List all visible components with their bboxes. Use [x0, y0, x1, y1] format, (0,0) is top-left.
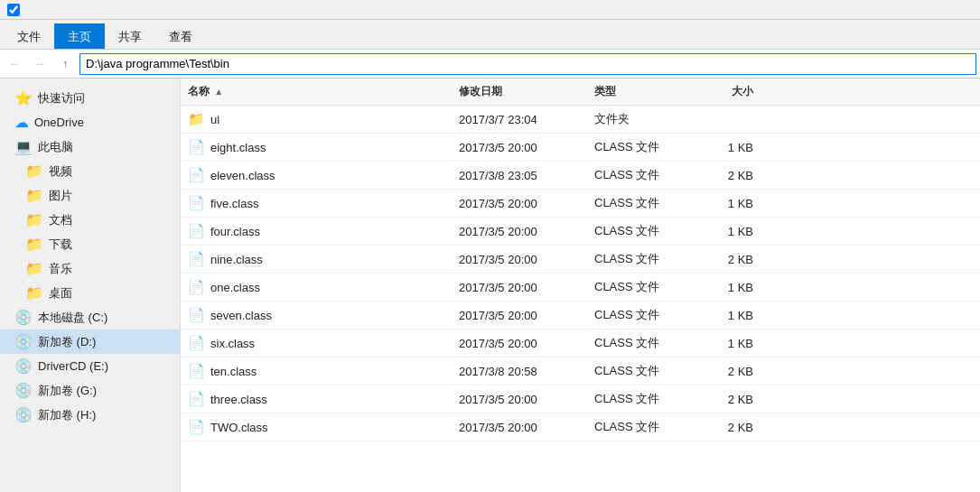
table-row[interactable]: 📄 six.class 2017/3/5 20:00 CLASS 文件 1 KB — [181, 330, 980, 357]
sidebar-item-videos[interactable]: 📁 视频 — [0, 159, 180, 183]
file-size: 2 KB — [695, 249, 768, 270]
file-date: 2017/3/5 20:00 — [452, 137, 587, 158]
file-icon: 📄 — [188, 139, 205, 155]
file-date: 2017/3/8 20:58 — [452, 361, 587, 382]
table-row[interactable]: 📄 ten.class 2017/3/8 20:58 CLASS 文件 2 KB — [181, 357, 980, 385]
back-button[interactable]: ← — [4, 53, 25, 75]
file-name-cell: 📄 eight.class — [181, 135, 452, 159]
folder-icon-music: 📁 — [25, 260, 43, 277]
table-row[interactable]: 📄 four.class 2017/3/5 20:00 CLASS 文件 1 K… — [181, 218, 980, 246]
file-date: 2017/3/5 20:00 — [452, 193, 587, 214]
file-type: CLASS 文件 — [587, 219, 695, 243]
file-name: ui — [210, 113, 219, 126]
file-name: one.class — [210, 281, 260, 294]
sidebar-item-downloads[interactable]: 📁 下载 — [0, 232, 180, 256]
file-name-cell: 📄 ten.class — [181, 359, 452, 383]
file-name-cell: 📄 TWO.class — [181, 415, 452, 439]
file-name: TWO.class — [210, 421, 268, 434]
file-type: CLASS 文件 — [587, 331, 695, 355]
file-date: 2017/3/5 20:00 — [452, 305, 587, 326]
file-name: ten.class — [210, 365, 257, 378]
sidebar-item-new-g[interactable]: 💿 新加卷 (G:) — [0, 378, 180, 403]
file-size: 1 KB — [695, 221, 768, 242]
title-checkbox[interactable] — [7, 4, 20, 16]
file-date: 2017/3/5 20:00 — [452, 417, 587, 438]
folder-icon-desktop: 📁 — [25, 284, 43, 302]
tab-share[interactable]: 共享 — [105, 23, 155, 49]
file-type: 文件夹 — [587, 107, 695, 131]
table-row[interactable]: 📄 eight.class 2017/3/5 20:00 CLASS 文件 1 … — [181, 134, 980, 162]
header-name[interactable]: 名称 ▲ — [181, 82, 452, 101]
sidebar-label-new-h: 新加卷 (H:) — [38, 407, 96, 423]
table-row[interactable]: 📄 five.class 2017/3/5 20:00 CLASS 文件 1 K… — [181, 190, 980, 218]
sidebar-label-new-g: 新加卷 (G:) — [38, 383, 97, 399]
header-size[interactable]: 大小 — [695, 82, 768, 101]
sidebar-item-music[interactable]: 📁 音乐 — [0, 256, 180, 281]
file-type: CLASS 文件 — [587, 135, 695, 159]
file-icon: 📄 — [188, 363, 205, 379]
up-button[interactable]: ↑ — [54, 53, 76, 75]
table-row[interactable]: 📄 nine.class 2017/3/5 20:00 CLASS 文件 2 K… — [181, 246, 980, 274]
folder-icon-pictures: 📁 — [25, 187, 43, 204]
file-icon: 📄 — [188, 251, 205, 267]
sidebar-item-this-pc[interactable]: 💻 此电脑 — [0, 135, 180, 159]
forward-button[interactable]: → — [29, 53, 51, 75]
file-name: four.class — [210, 225, 260, 238]
tab-home[interactable]: 主页 — [54, 23, 105, 49]
file-size: 1 KB — [695, 305, 768, 326]
drive-icon-c: 💿 — [14, 309, 33, 326]
table-row[interactable]: 📄 three.class 2017/3/5 20:00 CLASS 文件 2 … — [181, 385, 980, 413]
sidebar-item-new-h[interactable]: 💿 新加卷 (H:) — [0, 403, 180, 427]
file-size: 1 KB — [695, 193, 768, 214]
star-icon: ⭐ — [14, 89, 33, 107]
file-icon: 📄 — [188, 195, 205, 211]
sidebar-item-documents[interactable]: 📁 文档 — [0, 208, 180, 232]
sidebar-label-driver-e: DriverCD (E:) — [38, 359, 108, 373]
file-date: 2017/3/7 23:04 — [452, 109, 587, 130]
folder-icon-documents: 📁 — [25, 211, 43, 228]
table-row[interactable]: 📄 one.class 2017/3/5 20:00 CLASS 文件 1 KB — [181, 274, 980, 302]
sidebar-label-documents: 文档 — [49, 212, 72, 228]
file-size: 2 KB — [695, 165, 768, 186]
header-date[interactable]: 修改日期 — [452, 82, 587, 101]
drive-icon-d: 💿 — [14, 333, 33, 350]
file-name: eleven.class — [210, 169, 275, 182]
file-icon: 📄 — [188, 307, 205, 323]
address-input[interactable] — [79, 53, 976, 75]
file-icon: 📄 — [188, 335, 205, 351]
ribbon-tabs: 文件 主页 共享 查看 — [0, 20, 980, 49]
title-bar — [0, 0, 980, 20]
file-name-cell: 📄 five.class — [181, 191, 452, 215]
sidebar-item-pictures[interactable]: 📁 图片 — [0, 183, 180, 208]
file-list: 名称 ▲ 修改日期 类型 大小 📁 ui 2017/3/7 23:04 文件夹 … — [181, 79, 980, 492]
file-date: 2017/3/5 20:00 — [452, 389, 587, 410]
file-name: five.class — [210, 197, 258, 210]
sidebar-label-pictures: 图片 — [49, 188, 72, 204]
sidebar-item-driver-e[interactable]: 💿 DriverCD (E:) — [0, 354, 180, 378]
file-type: CLASS 文件 — [587, 387, 695, 411]
sidebar-item-local-c[interactable]: 💿 本地磁盘 (C:) — [0, 305, 180, 330]
file-list-header: 名称 ▲ 修改日期 类型 大小 — [181, 79, 980, 106]
drive-icon-e: 💿 — [14, 357, 33, 375]
table-row[interactable]: 📄 seven.class 2017/3/5 20:00 CLASS 文件 1 … — [181, 302, 980, 330]
tab-file[interactable]: 文件 — [4, 23, 54, 49]
table-row[interactable]: 📄 eleven.class 2017/3/8 23:05 CLASS 文件 2… — [181, 162, 980, 190]
sidebar-item-desktop[interactable]: 📁 桌面 — [0, 281, 180, 305]
file-name-cell: 📄 seven.class — [181, 303, 452, 327]
sidebar-label-quick-access: 快速访问 — [38, 90, 85, 107]
address-bar: ← → ↑ — [0, 50, 980, 79]
table-row[interactable]: 📄 TWO.class 2017/3/5 20:00 CLASS 文件 2 KB — [181, 413, 980, 441]
file-name-cell: 📄 one.class — [181, 275, 452, 299]
folder-icon-downloads: 📁 — [25, 236, 43, 253]
sidebar-item-onedrive[interactable]: ☁ OneDrive — [0, 110, 180, 135]
table-row[interactable]: 📁 ui 2017/3/7 23:04 文件夹 — [181, 106, 980, 134]
sidebar-label-onedrive: OneDrive — [34, 116, 84, 129]
sidebar-item-quick-access[interactable]: ⭐ 快速访问 — [0, 86, 180, 110]
file-icon: 📄 — [188, 391, 205, 407]
sidebar-label-videos: 视频 — [49, 163, 72, 180]
file-name: seven.class — [210, 309, 272, 322]
header-type[interactable]: 类型 — [587, 82, 695, 101]
sidebar-item-new-d[interactable]: 💿 新加卷 (D:) — [0, 330, 180, 354]
tab-view[interactable]: 查看 — [155, 23, 206, 49]
cloud-icon: ☁ — [14, 114, 29, 131]
